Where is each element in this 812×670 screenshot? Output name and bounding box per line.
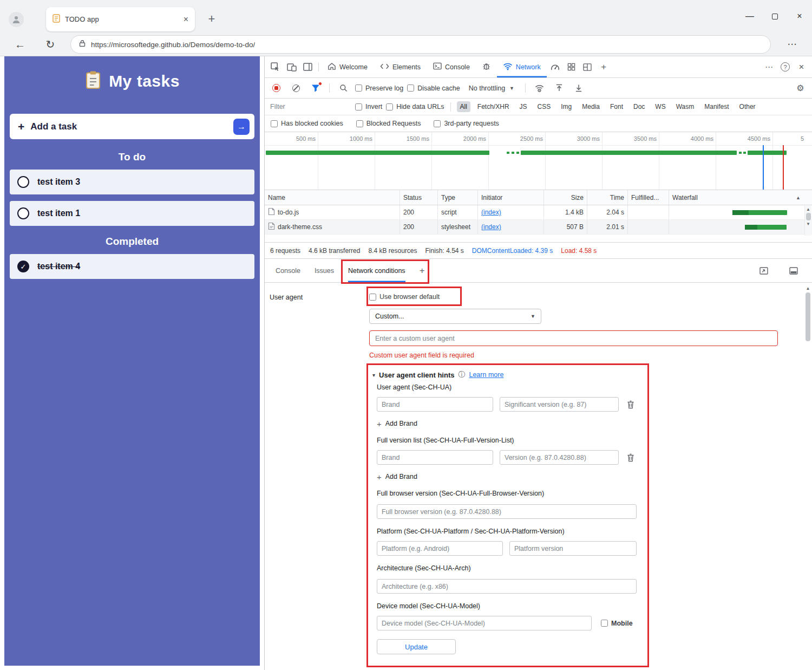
tab-close-icon[interactable]: × <box>184 15 188 24</box>
window-minimize-button[interactable]: — <box>737 7 762 25</box>
network-overview-timeline[interactable]: 500 ms 1000 ms 1500 ms 2000 ms 2500 ms 3… <box>265 132 812 190</box>
preserve-log-checkbox[interactable]: Preserve log <box>355 84 403 92</box>
scroll-down-icon[interactable]: ▼ <box>806 222 810 226</box>
scroll-up-icon[interactable]: ▲ <box>806 286 810 291</box>
tab-console[interactable]: Console <box>427 56 476 77</box>
device-model-input[interactable] <box>377 616 592 630</box>
filter-type-other[interactable]: Other <box>736 101 759 112</box>
new-tab-button[interactable]: + <box>204 11 220 28</box>
filter-type-all[interactable]: All <box>457 101 470 112</box>
tab-debugger-bug[interactable] <box>476 56 496 77</box>
full-browser-version-input[interactable] <box>377 504 637 519</box>
use-browser-default-checkbox[interactable]: Use browser default <box>369 292 789 301</box>
filter-type-font[interactable]: Font <box>607 101 626 112</box>
drawer-dock-bottom-icon[interactable] <box>785 263 801 278</box>
filter-type-fetch-xhr[interactable]: Fetch/XHR <box>474 101 513 112</box>
filter-type-media[interactable]: Media <box>579 101 603 112</box>
drawer-scrollbar[interactable]: ▲ <box>804 286 811 668</box>
record-button[interactable] <box>269 81 284 96</box>
drawer-tab-issues[interactable]: Issues <box>315 259 334 282</box>
search-icon[interactable] <box>336 81 351 96</box>
mobile-checkbox[interactable]: Mobile <box>601 620 633 627</box>
profile-avatar[interactable] <box>9 12 24 27</box>
help-icon[interactable]: ? <box>777 60 793 75</box>
dock-panel-icon[interactable] <box>300 60 316 75</box>
disable-cache-checkbox[interactable]: Disable cache <box>407 84 460 92</box>
address-bar[interactable]: https://microsoftedge.github.io/Demos/de… <box>70 35 771 54</box>
scroll-thumb[interactable] <box>806 292 810 341</box>
add-task-submit-button[interactable]: → <box>233 119 250 135</box>
column-header-fulfilled[interactable]: Fulfilled... <box>628 190 669 205</box>
blocked-requests-checkbox[interactable]: Blocked Requests <box>356 120 421 127</box>
platform-input[interactable] <box>377 541 503 556</box>
import-har-icon[interactable] <box>551 81 567 96</box>
add-task-field[interactable]: + Add a task → <box>10 114 254 139</box>
delete-brand-icon[interactable] <box>625 453 636 462</box>
task-item[interactable]: test item 1 <box>10 201 254 226</box>
tab-welcome[interactable]: Welcome <box>322 56 374 77</box>
column-header-waterfall[interactable]: Waterfall▲ <box>669 190 804 205</box>
column-header-name[interactable]: Name <box>265 190 400 205</box>
devtools-menu-icon[interactable]: ⋯ <box>761 60 777 75</box>
browser-menu-icon[interactable]: ⋯ <box>784 36 800 53</box>
drawer-tab-network-conditions[interactable]: Network conditions <box>348 259 405 282</box>
custom-user-agent-input[interactable] <box>369 330 778 346</box>
window-maximize-button[interactable] <box>762 7 787 25</box>
tab-network[interactable]: Network <box>497 56 547 77</box>
collapse-triangle-icon[interactable]: ▾ <box>372 372 375 378</box>
drawer-open-panel-icon[interactable] <box>756 263 771 278</box>
has-blocked-cookies-checkbox[interactable]: Has blocked cookies <box>271 120 343 127</box>
column-header-status[interactable]: Status <box>400 190 438 205</box>
add-brand-button[interactable]: +Add Brand <box>377 419 789 428</box>
filter-type-doc[interactable]: Doc <box>630 101 648 112</box>
full-version-input[interactable] <box>500 450 619 465</box>
filter-icon[interactable] <box>307 81 323 96</box>
task-item[interactable]: test item 3 <box>10 170 254 194</box>
table-scrollbar[interactable]: ▲ ▼ <box>804 206 811 236</box>
significant-version-input[interactable] <box>500 397 619 412</box>
browser-tab[interactable]: TODO app × <box>46 7 195 31</box>
devtools-close-icon[interactable]: × <box>794 60 809 75</box>
filter-input[interactable] <box>270 103 351 110</box>
clear-button[interactable] <box>288 81 304 96</box>
filter-type-js[interactable]: JS <box>516 101 531 112</box>
scroll-thumb[interactable] <box>806 213 811 220</box>
filter-type-css[interactable]: CSS <box>534 101 554 112</box>
request-row[interactable]: to-do.js 200 script (index) 1.4 kB 2.04 … <box>265 205 812 220</box>
initiator-link[interactable]: (index) <box>481 223 501 231</box>
filter-type-manifest[interactable]: Manifest <box>701 101 732 112</box>
task-item-completed[interactable]: ✓ test item 4 <box>10 254 254 279</box>
performance-gauge-icon[interactable] <box>547 60 563 75</box>
application-grid-icon[interactable] <box>564 60 579 75</box>
device-toolbar-icon[interactable] <box>284 60 299 75</box>
brand-input[interactable] <box>377 397 493 412</box>
filter-type-img[interactable]: Img <box>558 101 575 112</box>
more-tools-add-icon[interactable]: + <box>596 60 612 75</box>
refresh-button[interactable]: ↻ <box>42 36 58 53</box>
update-button[interactable]: Update <box>377 639 456 654</box>
hide-data-urls-checkbox[interactable]: Hide data URLs <box>386 103 444 110</box>
platform-version-input[interactable] <box>509 541 637 556</box>
export-har-icon[interactable] <box>571 81 586 96</box>
invert-checkbox[interactable]: Invert <box>355 103 382 110</box>
drawer-tab-console[interactable]: Console <box>276 259 300 282</box>
filter-type-ws[interactable]: WS <box>652 101 669 112</box>
window-close-button[interactable]: × <box>787 7 812 25</box>
column-header-initiator[interactable]: Initiator <box>478 190 544 205</box>
request-row[interactable]: dark-theme.css 200 stylesheet (index) 50… <box>265 220 812 235</box>
full-version-brand-input[interactable] <box>377 450 493 465</box>
scroll-up-icon[interactable]: ▲ <box>806 207 810 212</box>
initiator-link[interactable]: (index) <box>481 209 501 216</box>
add-brand-button[interactable]: +Add Brand <box>377 472 789 481</box>
task-checkbox-checked[interactable]: ✓ <box>17 261 29 272</box>
column-header-time[interactable]: Time <box>587 190 628 205</box>
delete-brand-icon[interactable] <box>625 400 636 409</box>
user-agent-preset-select[interactable]: Custom... ▼ <box>369 309 541 324</box>
throttling-select[interactable]: No throttling▼ <box>464 83 519 94</box>
layout-icon[interactable] <box>580 60 595 75</box>
inspect-icon[interactable] <box>267 60 283 75</box>
column-header-size[interactable]: Size <box>544 190 587 205</box>
third-party-requests-checkbox[interactable]: 3rd-party requests <box>434 120 499 127</box>
back-button[interactable]: ← <box>12 36 28 53</box>
drawer-add-tab-icon[interactable]: + <box>420 265 425 276</box>
